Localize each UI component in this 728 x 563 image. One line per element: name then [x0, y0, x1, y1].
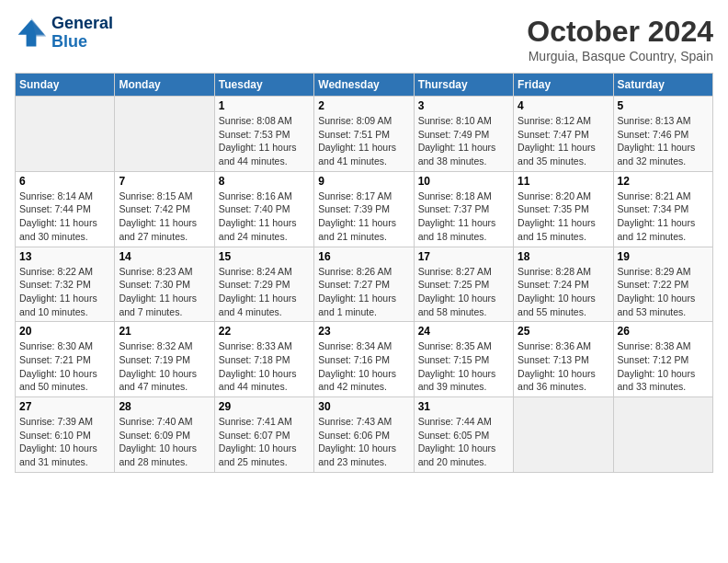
day-info-line: and 58 minutes. [418, 306, 487, 317]
day-content: Sunrise: 8:29 AMSunset: 7:22 PMDaylight:… [618, 265, 709, 319]
day-number: 29 [219, 400, 310, 413]
day-number: 26 [618, 325, 709, 338]
month-title: October 2024 [527, 15, 713, 49]
day-number: 18 [518, 250, 609, 263]
calendar-cell: 15Sunrise: 8:24 AMSunset: 7:29 PMDayligh… [214, 247, 313, 322]
day-content: Sunrise: 7:44 AMSunset: 6:05 PMDaylight:… [418, 415, 509, 469]
day-content: Sunrise: 8:09 AMSunset: 7:51 PMDaylight:… [318, 114, 409, 168]
day-number: 1 [219, 99, 310, 112]
day-info-line: Sunrise: 8:32 AM [119, 340, 192, 351]
day-number: 9 [318, 175, 409, 188]
day-info-line: Sunrise: 8:14 AM [19, 190, 93, 201]
day-info-line: Daylight: 10 hours [418, 293, 496, 304]
day-number: 16 [318, 250, 409, 263]
day-content: Sunrise: 8:10 AMSunset: 7:49 PMDaylight:… [418, 114, 509, 168]
day-info-line: and 18 minutes. [418, 231, 487, 242]
day-content: Sunrise: 8:16 AMSunset: 7:40 PMDaylight:… [219, 190, 310, 244]
calendar-cell: 18Sunrise: 8:28 AMSunset: 7:24 PMDayligh… [514, 247, 613, 322]
day-info-line: Sunset: 7:34 PM [618, 203, 689, 214]
calendar-cell: 4Sunrise: 8:12 AMSunset: 7:47 PMDaylight… [514, 97, 613, 172]
day-content: Sunrise: 8:23 AMSunset: 7:30 PMDaylight:… [119, 265, 210, 319]
day-info-line: Sunset: 7:40 PM [219, 203, 290, 214]
day-info-line: and 27 minutes. [119, 231, 188, 242]
calendar-cell: 10Sunrise: 8:18 AMSunset: 7:37 PMDayligh… [414, 171, 513, 247]
day-number: 20 [19, 325, 110, 338]
day-number: 30 [318, 400, 409, 413]
day-number: 3 [418, 99, 509, 112]
calendar-cell: 25Sunrise: 8:36 AMSunset: 7:13 PMDayligh… [514, 322, 613, 397]
day-info-line: Daylight: 10 hours [19, 368, 97, 379]
day-info-line: Sunset: 7:13 PM [518, 354, 589, 365]
day-number: 28 [119, 400, 210, 413]
day-content: Sunrise: 8:32 AMSunset: 7:19 PMDaylight:… [119, 339, 210, 394]
calendar-cell: 14Sunrise: 8:23 AMSunset: 7:30 PMDayligh… [115, 247, 214, 322]
day-info-line: Sunrise: 8:13 AM [618, 115, 691, 126]
day-number: 27 [19, 400, 110, 413]
col-friday: Friday [514, 74, 613, 97]
calendar-week-2: 6Sunrise: 8:14 AMSunset: 7:44 PMDaylight… [16, 171, 713, 247]
day-info-line: Sunset: 7:35 PM [518, 203, 589, 214]
location-subtitle: Murguia, Basque Country, Spain [527, 49, 713, 63]
day-info-line: Sunset: 6:05 PM [418, 430, 490, 441]
header-row: Sunday Monday Tuesday Wednesday Thursday… [16, 74, 713, 97]
calendar-cell: 26Sunrise: 8:38 AMSunset: 7:12 PMDayligh… [613, 322, 712, 397]
day-info-line: and 25 minutes. [219, 456, 288, 467]
day-content: Sunrise: 8:27 AMSunset: 7:25 PMDaylight:… [418, 265, 509, 319]
day-info-line: and 42 minutes. [318, 381, 387, 392]
day-info-line: Daylight: 11 hours [518, 217, 596, 228]
day-info-line: Daylight: 10 hours [119, 368, 197, 379]
day-content: Sunrise: 8:38 AMSunset: 7:12 PMDaylight:… [618, 339, 709, 394]
day-info-line: Sunrise: 7:40 AM [119, 416, 192, 427]
day-info-line: and 21 minutes. [318, 231, 387, 242]
day-info-line: Sunset: 7:47 PM [518, 129, 589, 140]
day-info-line: Sunrise: 8:22 AM [19, 266, 93, 277]
calendar-cell: 19Sunrise: 8:29 AMSunset: 7:22 PMDayligh… [613, 247, 712, 322]
calendar-cell: 6Sunrise: 8:14 AMSunset: 7:44 PMDaylight… [16, 171, 115, 247]
day-info-line: and 44 minutes. [219, 381, 288, 392]
day-number: 19 [618, 250, 709, 263]
day-info-line: Sunrise: 8:36 AM [518, 340, 591, 351]
day-info-line: Daylight: 11 hours [618, 217, 696, 228]
calendar-cell: 23Sunrise: 8:34 AMSunset: 7:16 PMDayligh… [314, 322, 414, 397]
day-info-line: Daylight: 11 hours [418, 142, 496, 153]
day-content: Sunrise: 8:18 AMSunset: 7:37 PMDaylight:… [418, 190, 509, 244]
day-info-line: Sunrise: 8:09 AM [318, 115, 392, 126]
day-info-line: and 24 minutes. [219, 231, 288, 242]
calendar-week-1: 1Sunrise: 8:08 AMSunset: 7:53 PMDaylight… [16, 97, 713, 172]
day-info-line: and 47 minutes. [119, 381, 188, 392]
day-info-line: Daylight: 11 hours [19, 293, 97, 304]
title-section: October 2024 Murguia, Basque Country, Sp… [527, 15, 713, 63]
calendar-cell: 12Sunrise: 8:21 AMSunset: 7:34 PMDayligh… [613, 171, 712, 247]
day-info-line: Daylight: 11 hours [318, 142, 396, 153]
day-info-line: Daylight: 11 hours [119, 217, 197, 228]
day-number: 5 [618, 99, 709, 112]
day-info-line: Sunset: 7:39 PM [318, 203, 390, 214]
day-info-line: Sunrise: 8:10 AM [418, 115, 492, 126]
day-content: Sunrise: 8:13 AMSunset: 7:46 PMDaylight:… [618, 114, 709, 168]
day-info-line: Sunset: 7:53 PM [219, 129, 290, 140]
day-info-line: Sunset: 7:21 PM [19, 354, 91, 365]
calendar-cell: 31Sunrise: 7:44 AMSunset: 6:05 PMDayligh… [414, 397, 513, 473]
col-thursday: Thursday [414, 74, 513, 97]
day-info-line: Sunrise: 8:24 AM [219, 266, 292, 277]
day-content: Sunrise: 7:41 AMSunset: 6:07 PMDaylight:… [219, 415, 310, 469]
day-info-line: Daylight: 10 hours [418, 442, 496, 454]
day-info-line: Sunset: 7:37 PM [418, 203, 490, 214]
day-info-line: and 50 minutes. [19, 381, 88, 392]
day-info-line: Sunset: 7:18 PM [219, 354, 290, 365]
day-info-line: and 31 minutes. [19, 456, 88, 467]
calendar-cell: 11Sunrise: 8:20 AMSunset: 7:35 PMDayligh… [514, 171, 613, 247]
day-info-line: and 15 minutes. [518, 231, 586, 242]
day-info-line: Sunset: 7:32 PM [19, 279, 91, 290]
day-info-line: Sunrise: 8:16 AM [219, 190, 292, 201]
day-info-line: and 53 minutes. [618, 306, 687, 317]
day-number: 11 [518, 175, 609, 188]
day-info-line: Sunrise: 8:33 AM [219, 340, 292, 351]
day-info-line: Sunset: 6:07 PM [219, 430, 290, 441]
day-info-line: and 28 minutes. [119, 456, 188, 467]
calendar-cell: 20Sunrise: 8:30 AMSunset: 7:21 PMDayligh… [16, 322, 115, 397]
day-content: Sunrise: 8:30 AMSunset: 7:21 PMDaylight:… [19, 339, 110, 394]
day-number: 7 [119, 175, 210, 188]
day-info-line: Daylight: 10 hours [618, 368, 696, 379]
day-info-line: Daylight: 10 hours [618, 293, 696, 304]
